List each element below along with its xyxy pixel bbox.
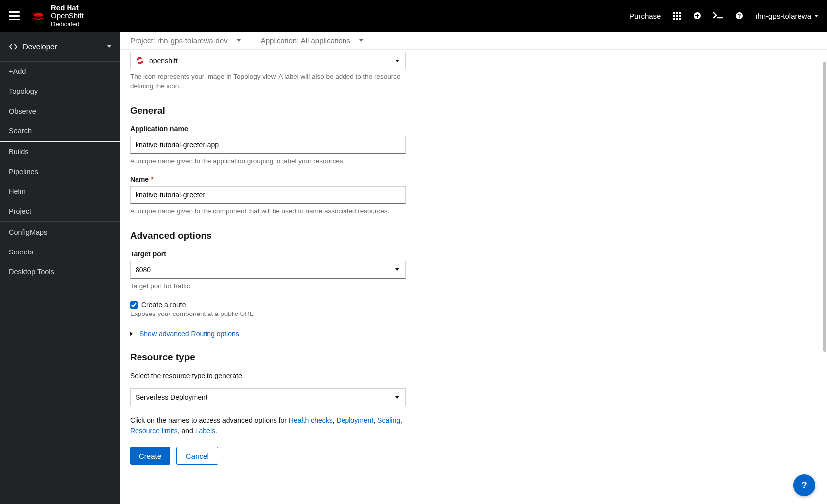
app-name-input[interactable] xyxy=(130,136,406,154)
target-port-label: Target port xyxy=(130,250,406,258)
question-icon: ? xyxy=(799,480,810,491)
create-route-help: Exposes your component at a public URL xyxy=(130,310,406,319)
create-route-label: Create a route xyxy=(141,301,186,309)
sidebar-item-configmaps[interactable]: ConfigMaps xyxy=(0,222,120,242)
icon-select-value: openshift xyxy=(149,57,178,64)
caret-down-icon xyxy=(359,39,363,42)
application-selector[interactable]: Application: All applications xyxy=(261,36,363,45)
grid-icon xyxy=(673,12,681,20)
masthead: Red Hat OpenShift Dedicated Purchase ? r… xyxy=(0,0,827,32)
target-port-value: 8080 xyxy=(136,266,151,274)
perspective-label: Developer xyxy=(23,42,57,51)
app-launcher-button[interactable] xyxy=(672,11,682,21)
code-icon xyxy=(9,43,18,50)
sidebar-nav: Developer +Add Topology Observe Search B… xyxy=(0,32,120,504)
svg-rect-9 xyxy=(679,18,681,20)
caret-down-icon xyxy=(395,396,399,399)
quick-help-button[interactable]: ? xyxy=(793,474,815,496)
question-circle-icon: ? xyxy=(735,12,743,20)
required-indicator: * xyxy=(151,175,153,183)
resource-type-select[interactable]: Serverless Deployment xyxy=(130,388,406,406)
app-name-help: A unique name given to the application g… xyxy=(130,157,406,166)
sidebar-item-project[interactable]: Project xyxy=(0,201,120,221)
name-help: A unique name given to the component tha… xyxy=(130,207,406,216)
resource-type-value: Serverless Deployment xyxy=(136,393,207,401)
sidebar-item-desktop-tools[interactable]: Desktop Tools xyxy=(0,262,120,282)
sidebar-item-secrets[interactable]: Secrets xyxy=(0,242,120,262)
redhat-fedora-icon xyxy=(32,11,46,21)
icon-help-text: The icon represents your Image in Topolo… xyxy=(130,72,406,91)
caret-down-icon xyxy=(237,39,241,42)
terminal-button[interactable] xyxy=(713,11,723,21)
scrollbar[interactable] xyxy=(823,62,826,464)
purchase-link[interactable]: Purchase xyxy=(629,12,661,20)
svg-text:?: ? xyxy=(801,480,807,490)
scrollbar-thumb[interactable] xyxy=(823,62,826,352)
app-name-label: Application name xyxy=(130,125,406,133)
svg-rect-1 xyxy=(673,12,675,14)
icon-select[interactable]: openshift xyxy=(130,52,406,69)
name-input[interactable] xyxy=(130,186,406,204)
sidebar-item-observe[interactable]: Observe xyxy=(0,101,120,121)
name-label: Name* xyxy=(130,175,406,183)
sidebar-item-pipelines[interactable]: Pipelines xyxy=(0,162,120,182)
create-button[interactable]: Create xyxy=(130,447,170,465)
brand-logo[interactable]: Red Hat OpenShift Dedicated xyxy=(32,4,84,28)
svg-rect-2 xyxy=(676,12,678,14)
svg-rect-4 xyxy=(673,15,675,17)
link-labels[interactable]: Labels xyxy=(195,427,215,435)
section-heading-resource-type: Resource type xyxy=(130,352,406,363)
help-button[interactable]: ? xyxy=(734,11,744,21)
svg-text:?: ? xyxy=(738,13,741,19)
cancel-button[interactable]: Cancel xyxy=(176,447,218,465)
svg-rect-6 xyxy=(679,15,681,17)
advanced-links-para: Click on the names to access advanced op… xyxy=(130,415,406,436)
caret-down-icon xyxy=(395,268,399,271)
create-route-checkbox[interactable] xyxy=(130,301,138,309)
sidebar-item-builds[interactable]: Builds xyxy=(0,142,120,162)
link-health-checks[interactable]: Health checks xyxy=(289,416,333,424)
caret-down-icon xyxy=(814,15,818,17)
routing-options-label: Show advanced Routing options xyxy=(139,330,239,338)
masthead-toolbar: Purchase ? rhn-gps-tolarewa xyxy=(629,11,818,21)
link-scaling[interactable]: Scaling xyxy=(377,416,400,424)
sidebar-item-search[interactable]: Search xyxy=(0,121,120,141)
caret-down-icon xyxy=(107,45,111,48)
section-heading-general: General xyxy=(130,105,406,116)
chevron-right-icon xyxy=(130,332,133,336)
openshift-icon xyxy=(136,56,144,65)
context-bar: Project: rhn-gps-tolarewa-dev Applicatio… xyxy=(120,32,827,50)
link-resource-limits[interactable]: Resource limits xyxy=(130,427,178,435)
svg-rect-5 xyxy=(676,15,678,17)
svg-rect-3 xyxy=(679,12,681,14)
user-menu[interactable]: rhn-gps-tolarewa xyxy=(755,12,818,20)
main-content: Project: rhn-gps-tolarewa-dev Applicatio… xyxy=(120,32,827,504)
perspective-switcher[interactable]: Developer xyxy=(0,32,120,62)
svg-rect-12 xyxy=(695,15,699,16)
link-deployment[interactable]: Deployment xyxy=(337,416,374,424)
target-port-help: Target port for traffic. xyxy=(130,282,406,291)
section-heading-advanced: Advanced options xyxy=(130,230,406,241)
sidebar-item-helm[interactable]: Helm xyxy=(0,182,120,201)
nav-toggle-button[interactable] xyxy=(9,11,20,20)
project-selector[interactable]: Project: rhn-gps-tolarewa-dev xyxy=(130,36,241,45)
caret-down-icon xyxy=(395,60,399,62)
import-button[interactable] xyxy=(692,11,702,21)
target-port-select[interactable]: 8080 xyxy=(130,261,406,279)
svg-rect-8 xyxy=(676,18,678,20)
resource-type-intro: Select the resource type to generate xyxy=(130,372,406,379)
sidebar-item-topology[interactable]: Topology xyxy=(0,81,120,101)
sidebar-item-add[interactable]: +Add xyxy=(0,62,120,81)
plus-circle-icon xyxy=(693,12,701,20)
terminal-icon xyxy=(713,12,723,19)
svg-rect-7 xyxy=(673,18,675,20)
routing-options-toggle[interactable]: Show advanced Routing options xyxy=(130,330,406,338)
